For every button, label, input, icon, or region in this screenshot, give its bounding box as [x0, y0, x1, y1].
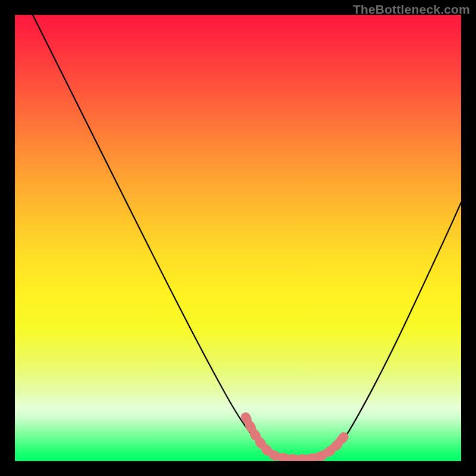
bottleneck-curve: [33, 15, 461, 459]
watermark-text: TheBottleneck.com: [353, 2, 470, 17]
chart-frame: TheBottleneck.com: [0, 0, 476, 476]
highlight-band-fill: [249, 423, 341, 459]
plot-area: [15, 15, 461, 461]
chart-svg: [15, 15, 461, 461]
